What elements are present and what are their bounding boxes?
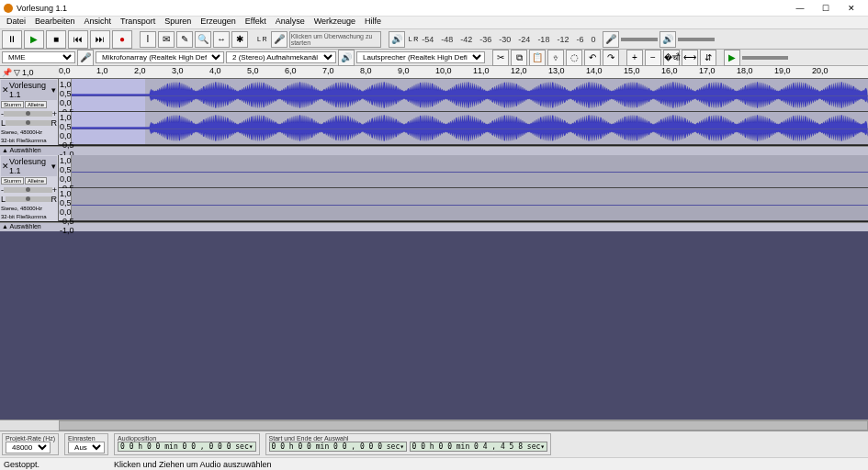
envelope-tool[interactable]: ✉	[158, 31, 175, 48]
track-1-info1: Stereo, 48000Hz	[1, 129, 57, 136]
horizontal-scrollbar[interactable]	[0, 420, 868, 431]
paste-button[interactable]: 📋	[529, 50, 546, 66]
timeshift-tool[interactable]: ↔	[213, 31, 230, 48]
mic-device-icon: 🎤	[77, 50, 94, 66]
track-1-name[interactable]: Vorlesung 1.1	[9, 81, 51, 99]
track-1-channel-left[interactable]: 1,00,50,0-0,5-1,0	[59, 79, 868, 112]
app-logo-icon	[4, 4, 13, 13]
menu-effekt[interactable]: Effekt	[241, 17, 271, 28]
track-1-footer[interactable]: ▲ Auswählen	[0, 146, 868, 155]
track-1-channel-right[interactable]: 1,00,50,0-0,5-1,0	[59, 112, 868, 145]
play-meter-lr: L R	[407, 37, 421, 42]
menu-datei[interactable]: Datei	[2, 17, 30, 28]
audio-position-value[interactable]: 0 0 h 0 0 min 0 0 , 0 0 0 sec▾	[118, 442, 256, 452]
snap-select[interactable]: Aus	[68, 442, 105, 453]
timeline-ruler[interactable]: 0,01,02,03,04,05,06,07,08,09,010,011,012…	[59, 66, 868, 78]
track-2-gain-slider[interactable]	[4, 187, 52, 193]
menu-spuren[interactable]: Spuren	[160, 17, 196, 28]
redo-button[interactable]: ↷	[603, 50, 619, 66]
copy-button[interactable]: ⧉	[511, 50, 527, 66]
track-2: ✕ Vorlesung 1.1 ▾ Stumm Alleine -+ LR St…	[0, 155, 868, 222]
menu-erzeugen[interactable]: Erzeugen	[196, 17, 241, 28]
speaker-volume-slider[interactable]	[678, 38, 715, 41]
menu-bearbeiten[interactable]: Bearbeiten	[30, 17, 80, 28]
track-2-close[interactable]: ✕	[2, 162, 9, 171]
track-2-pan-slider[interactable]	[6, 196, 51, 202]
track-2-right-scale: 1,00,50,0-0,5-1,0	[59, 188, 72, 220]
status-state: Gestoppt.	[4, 460, 114, 469]
track-1-info2: 32-bit Fließkomma	[1, 138, 57, 144]
track-1-mute[interactable]: Stumm	[1, 101, 24, 108]
skip-end-button[interactable]: ⏭	[90, 30, 110, 49]
pin-icon[interactable]: 📌	[2, 68, 12, 77]
menu-transport[interactable]: Transport	[116, 17, 160, 28]
track-1-right-scale: 1,00,50,0-0,5-1,0	[59, 112, 72, 144]
stop-button[interactable]: ■	[46, 30, 66, 49]
speaker-icon[interactable]: 🔊	[389, 31, 405, 48]
track-2-mute[interactable]: Stumm	[1, 177, 24, 185]
menu-ansicht[interactable]: Ansicht	[80, 17, 117, 28]
track-2-menu[interactable]: ▾	[51, 162, 56, 171]
fit-project-button[interactable]: ⟷	[682, 50, 698, 66]
input-device-select[interactable]: Mikrofonarray (Realtek High Def	[96, 51, 224, 63]
maximize-button[interactable]: ☐	[813, 4, 839, 13]
menu-werkzeuge[interactable]: Werkzeuge	[310, 17, 360, 28]
timeline-cursor-pos: 1,0	[22, 68, 34, 77]
play-at-speed-button[interactable]: ▶	[724, 50, 740, 66]
output-device-select[interactable]: Lautsprecher (Realtek High Defi	[356, 51, 485, 63]
fit-selection-button[interactable]: �चौ	[663, 50, 680, 66]
selection-tool[interactable]: I	[140, 31, 156, 48]
track-2-name[interactable]: Vorlesung 1.1	[9, 157, 51, 175]
rec-meter-lr: L R	[255, 37, 269, 42]
mic-icon[interactable]: 🎤	[271, 31, 287, 48]
track-1-gain-slider[interactable]	[4, 111, 52, 117]
skip-start-button[interactable]: ⏮	[68, 30, 88, 49]
track-1-close[interactable]: ✕	[2, 85, 9, 95]
zoom-in-button[interactable]: +	[626, 50, 643, 66]
zoom-tool[interactable]: 🔍	[195, 31, 211, 48]
track-1-menu[interactable]: ▾	[51, 85, 56, 95]
track-1-pan-slider[interactable]	[6, 120, 51, 126]
minimize-button[interactable]: —	[787, 4, 813, 13]
track-2-info2: 32-bit Fließkomma	[1, 214, 57, 220]
timeline-cursor-icon: ▽	[14, 68, 20, 77]
pause-button[interactable]: ⏸	[2, 30, 22, 49]
menu-hilfe[interactable]: Hilfe	[360, 17, 386, 28]
track-1: ✕ Vorlesung 1.1 ▾ Stumm Alleine -+ LR St…	[0, 79, 868, 146]
cut-button[interactable]: ✂	[492, 50, 509, 66]
track-1-panel[interactable]: ✕ Vorlesung 1.1 ▾ Stumm Alleine -+ LR St…	[0, 79, 59, 145]
selection-start-value[interactable]: 0 0 h 0 0 min 0 0 , 0 0 0 sec▾	[269, 442, 408, 452]
mic-vol-icon[interactable]: 🎤	[603, 31, 619, 48]
channels-select[interactable]: 2 (Stereo) Aufnahmekanäl	[226, 51, 336, 63]
mic-volume-slider[interactable]	[621, 38, 658, 41]
track-2-channel-right[interactable]: 1,00,50,0-0,5-1,0	[59, 188, 868, 221]
track-2-footer[interactable]: ▲ Auswählen	[0, 222, 868, 231]
play-button[interactable]: ▶	[24, 30, 44, 49]
audio-host-select[interactable]: MME	[2, 51, 75, 63]
track-2-solo[interactable]: Alleine	[25, 177, 47, 185]
transport-toolbar: ⏸ ▶ ■ ⏮ ⏭ ● I ✉ ✎ 🔍 ↔ ✱ L R 🎤 Klicken um…	[0, 29, 868, 50]
zoom-out-button[interactable]: −	[645, 50, 661, 66]
track-2-channel-left[interactable]: 1,00,50,0-0,5-1,0	[59, 155, 868, 188]
track-2-info1: Stereo, 48000Hz	[1, 206, 57, 212]
zoom-toggle-button[interactable]: ⇵	[700, 50, 716, 66]
track-1-solo[interactable]: Alleine	[25, 101, 47, 108]
audio-position-box: Audioposition 0 0 h 0 0 min 0 0 , 0 0 0 …	[114, 433, 260, 455]
spk-device-icon: 🔊	[338, 50, 355, 66]
selection-end-value[interactable]: 0 0 h 0 0 min 0 4 , 4 5 8 sec▾	[410, 442, 548, 452]
project-rate-select[interactable]: 48000	[6, 442, 51, 453]
track-1-left-scale: 1,00,50,0-0,5-1,0	[59, 79, 72, 111]
multi-tool[interactable]: ✱	[231, 31, 248, 48]
draw-tool[interactable]: ✎	[176, 31, 193, 48]
snap-box: Einrasten Aus	[64, 433, 108, 455]
playback-speed-slider[interactable]	[742, 56, 788, 60]
silence-button[interactable]: ◌	[566, 50, 582, 66]
close-button[interactable]: ✕	[839, 4, 864, 13]
record-button[interactable]: ●	[112, 30, 132, 49]
rec-meter-hint[interactable]: Klicken um Überwachung zu starten	[289, 31, 381, 48]
spk-vol-icon[interactable]: 🔊	[659, 31, 676, 48]
undo-button[interactable]: ↶	[584, 50, 601, 66]
trim-button[interactable]: ⎀	[547, 50, 564, 66]
menu-analyse[interactable]: Analyse	[271, 17, 310, 28]
track-2-panel[interactable]: ✕ Vorlesung 1.1 ▾ Stumm Alleine -+ LR St…	[0, 155, 59, 221]
